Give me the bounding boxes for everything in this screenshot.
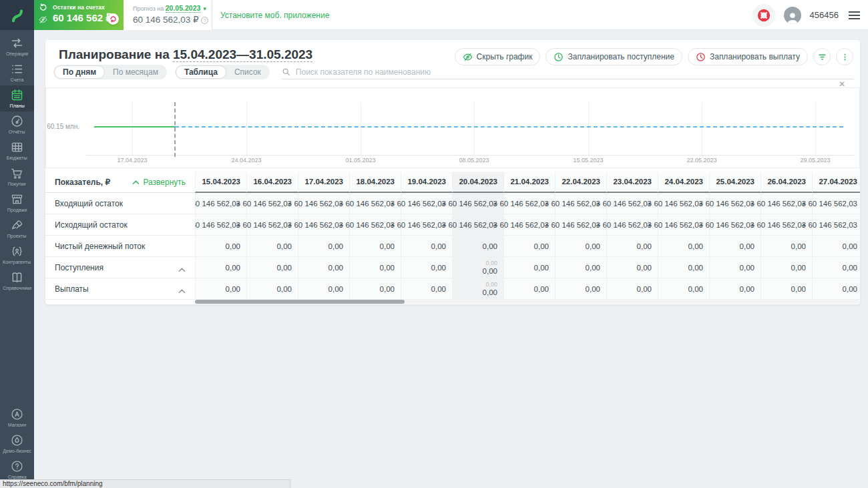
row-label: Чистый денежный поток [45, 236, 195, 257]
question-mark-icon [10, 459, 24, 473]
forecast-label: Прогноз на [133, 5, 164, 12]
table-cell: 0,00 [812, 278, 860, 300]
cell-fact-value: 0,00 [483, 288, 497, 296]
sidebar-item-label: Планы [9, 103, 24, 109]
table-cell: 0,00 [709, 257, 761, 278]
table-date-header: 16.04.2023 [246, 172, 298, 193]
search-input[interactable] [296, 67, 853, 77]
info-icon[interactable]: ? [201, 17, 208, 24]
period-toggle: По дням По месяцам [53, 65, 167, 79]
clock-red-icon [696, 52, 706, 62]
currency-sync-badge[interactable] [107, 13, 119, 25]
chart-gridline [246, 102, 247, 155]
page-title: Планирование на 15.04.2023—31.05.2023 [59, 47, 312, 62]
row-label: Входящий остаток [45, 193, 195, 214]
table-row: Чистый денежный поток0,000,000,000,000,0… [45, 236, 860, 257]
menu-button[interactable] [847, 9, 861, 22]
chart-gridline [361, 102, 361, 155]
toggle-by-months[interactable]: По месяцам [105, 65, 166, 79]
table-cell: + 60 146 562,03 [812, 214, 860, 236]
sidebar-item-label: Контрагенты [3, 259, 31, 265]
user-id[interactable]: 456456 [810, 10, 839, 20]
chart-gridline [702, 102, 702, 155]
table-cell: 0,00 [503, 278, 555, 300]
sidebar-item-label: Справочники [3, 285, 31, 291]
forecast-block: Прогноз на 20.05.2023 ▼ 60 146 562,03 ₽ … [124, 0, 212, 30]
scrollbar-thumb[interactable] [195, 300, 405, 304]
collapse-row-chevron-icon[interactable] [178, 265, 186, 274]
table-cell: 0,00 [812, 236, 860, 257]
sidebar-item-purchases[interactable]: Покупки [0, 164, 34, 190]
sidebar-item-counterparties[interactable]: Контрагенты [0, 242, 34, 268]
gauge-icon [10, 114, 24, 128]
sidebar-item-label: Проекты [7, 233, 27, 239]
refresh-icon[interactable] [39, 3, 47, 11]
clock-green-icon [554, 52, 564, 62]
table-cell: 0,00 [246, 278, 298, 300]
chart-x-tick-label: 29.05.2023 [789, 157, 842, 164]
sidebar-item-store[interactable]: Магазин [0, 405, 34, 431]
table-row: Входящий остаток+ 60 146 562,03+ 60 146 … [45, 193, 860, 214]
plan-payment-button[interactable]: Запланировать выплату [688, 48, 808, 65]
table-date-header: 18.04.2023 [349, 172, 401, 193]
sidebar-item-label: Покупки [8, 181, 26, 187]
forecast-date-dropdown[interactable]: 20.05.2023 [166, 4, 201, 13]
shopping-cart-icon [10, 166, 24, 180]
sidebar-item-references[interactable]: Справочники [0, 268, 34, 294]
sidebar: Операции Счета Планы Отчёты Бюджеты [0, 30, 34, 488]
toggle-list-view[interactable]: Список [226, 65, 269, 79]
chart-y-label: 60.15 млн. [46, 123, 79, 130]
seeneco-logo-icon [7, 5, 27, 25]
cell-plan-value: 0,00 [485, 281, 497, 288]
table-date-header: 21.04.2023 [503, 172, 555, 193]
table-cell: 0,00 [555, 257, 606, 278]
app-logo[interactable] [0, 0, 34, 30]
sidebar-item-reports[interactable]: Отчёты [0, 111, 34, 138]
collapse-row-chevron-icon[interactable] [178, 286, 186, 296]
row-label: Выплаты [45, 278, 195, 300]
table-cell: 0,00 [298, 236, 349, 257]
table-cell: 0,00 [658, 236, 709, 257]
sidebar-item-label: Отчёты [9, 129, 25, 135]
plan-income-button[interactable]: Запланировать поступление [546, 48, 682, 65]
install-mobile-app-link[interactable]: Установите моб. приложение [220, 0, 329, 30]
sidebar-item-budgets[interactable]: Бюджеты [0, 138, 34, 164]
eye-slash-icon [463, 52, 473, 62]
expand-all-button[interactable]: Развернуть [132, 178, 186, 187]
lifebuoy-icon [756, 8, 771, 23]
table-cell: 0,00 [246, 236, 298, 257]
hide-chart-button[interactable]: Скрыть график [455, 48, 541, 65]
sidebar-item-sales[interactable]: Продажи [0, 190, 34, 216]
search-box: ✕ [282, 65, 853, 79]
hide-balances-eye-slash-icon[interactable] [39, 15, 47, 24]
date-range-picker[interactable]: 15.04.2023—31.05.2023 [173, 47, 312, 62]
toggle-by-days[interactable]: По дням [54, 65, 105, 79]
table-cell: 0,00 [606, 236, 658, 257]
table-header-indicator: Показатель, ₽Развернуть [45, 172, 195, 193]
more-options-button[interactable] [836, 48, 853, 65]
user-avatar[interactable] [784, 7, 801, 24]
chart-x-tick-label: 08.05.2023 [447, 157, 501, 164]
chart-x-tick-label: 17.04.2023 [105, 157, 159, 164]
table-cell: 0,00 [555, 278, 606, 300]
table-row: Выплаты0,000,000,000,000,000,000,000,000… [45, 278, 860, 300]
rocket-icon [10, 218, 24, 232]
sidebar-item-plans[interactable]: Планы [0, 85, 34, 111]
page-title-prefix: Планирование на [59, 47, 170, 61]
filter-button[interactable] [813, 48, 831, 65]
sidebar-item-projects[interactable]: Проекты [0, 216, 34, 242]
chevron-down-icon[interactable]: ▼ [202, 6, 208, 12]
sidebar-item-label: Продажи [7, 207, 27, 213]
sidebar-item-operations[interactable]: Операции [0, 33, 34, 59]
toggle-table-view[interactable]: Таблица [176, 65, 226, 79]
support-button[interactable] [752, 4, 775, 27]
table-cell: 0,00 [555, 236, 606, 257]
table-cell: 0,00 [401, 278, 452, 300]
table-cell: 0,00 [606, 278, 658, 300]
table-cell: 0,00 [606, 257, 658, 278]
sidebar-item-demo-business[interactable]: Демо-бизнес [0, 431, 34, 457]
cell-fact-value: 0,00 [483, 267, 497, 275]
sidebar-item-accounts[interactable]: Счета [0, 59, 34, 85]
table-cell: 0,00 [298, 257, 349, 278]
table-date-header: 17.04.2023 [298, 172, 349, 193]
